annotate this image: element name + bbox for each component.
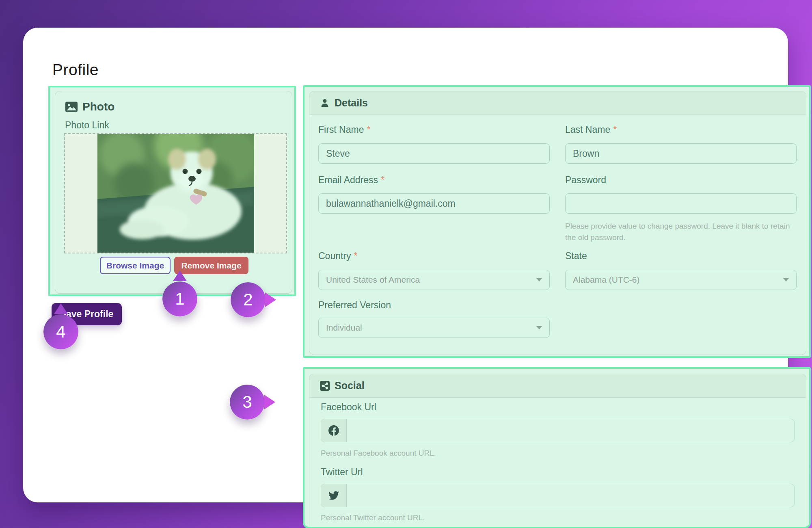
chevron-down-icon (536, 326, 542, 329)
social-header: Social (309, 374, 806, 398)
preferred-version-value: Individual (326, 323, 362, 333)
annotation-badge-1: 1 (162, 281, 197, 316)
photo-dropzone[interactable] (64, 133, 287, 253)
country-label: Country* (318, 251, 358, 262)
chevron-down-icon (536, 278, 542, 281)
app-background: Profile Photo Photo Link (0, 0, 812, 528)
details-title: Details (335, 97, 368, 109)
first-name-input[interactable] (318, 143, 550, 164)
required-asterisk: * (613, 124, 617, 135)
details-section-highlight: Details First Name* Last Name* Email Add… (303, 85, 811, 358)
person-icon (320, 98, 330, 108)
page-title: Profile (52, 61, 99, 79)
photo-link-label: Photo Link (65, 120, 109, 131)
password-label: Password (565, 175, 606, 186)
twitter-input-group (321, 484, 795, 507)
twitter-addon (321, 484, 347, 507)
social-section-highlight: Social Facebook Url Personal Facebook ac… (303, 367, 811, 528)
state-label: State (565, 251, 587, 262)
badge-number: 1 (175, 289, 184, 309)
password-input[interactable] (565, 193, 797, 214)
puppy-photo (97, 134, 254, 253)
arrow-up-icon (173, 270, 187, 281)
facebook-input-group (321, 419, 795, 442)
annotation-badge-4: 4 (43, 314, 78, 349)
social-title: Social (335, 380, 365, 392)
last-name-input[interactable] (565, 143, 797, 164)
chevron-down-icon (783, 278, 789, 281)
photo-card-title-row: Photo (65, 100, 114, 113)
last-name-label: Last Name* (565, 124, 617, 135)
image-icon (65, 102, 78, 112)
country-select[interactable]: United States of America (318, 270, 550, 290)
arrow-right-icon (265, 292, 276, 307)
annotation-badge-2: 2 (231, 282, 266, 317)
preferred-version-label: Preferred Version (318, 300, 391, 311)
arrow-right-icon (264, 395, 275, 409)
state-select[interactable]: Alabama (UTC-6) (565, 270, 797, 290)
facebook-url-input[interactable] (347, 419, 794, 442)
annotation-badge-3: 3 (230, 385, 265, 420)
profile-card: Profile Photo Photo Link (23, 28, 788, 502)
country-select-value: United States of America (326, 275, 420, 285)
badge-number: 2 (243, 290, 253, 309)
preferred-version-select[interactable]: Individual (318, 318, 550, 338)
share-square-icon (320, 381, 330, 391)
email-input[interactable] (318, 193, 550, 214)
twitter-url-label: Twitter Url (321, 467, 363, 478)
facebook-url-label: Facebook Url (321, 402, 376, 413)
twitter-url-input[interactable] (347, 484, 794, 507)
photo-card: Photo Photo Link (55, 91, 292, 294)
twitter-hint: Personal Twitter account URL. (321, 512, 425, 524)
details-card: Details First Name* Last Name* Email Add… (309, 91, 806, 355)
twitter-icon (328, 490, 339, 501)
photo-card-title: Photo (82, 100, 114, 113)
password-hint: Please provide value to change password.… (565, 221, 793, 243)
photo-section-highlight: Photo Photo Link (48, 86, 296, 296)
first-name-label: First Name* (318, 124, 370, 135)
required-asterisk: * (381, 175, 384, 185)
details-header: Details (309, 91, 806, 115)
facebook-addon (321, 419, 347, 442)
browse-image-button[interactable]: Browse Image (100, 257, 171, 274)
facebook-hint: Personal Facebook account URL. (321, 448, 436, 459)
required-asterisk: * (367, 124, 370, 135)
social-card: Social Facebook Url Personal Facebook ac… (309, 374, 806, 528)
badge-number: 3 (242, 392, 252, 412)
state-select-value: Alabama (UTC-6) (573, 275, 640, 285)
arrow-up-icon (54, 303, 68, 314)
required-asterisk: * (354, 251, 358, 261)
facebook-icon (328, 425, 339, 436)
email-label: Email Address* (318, 175, 384, 186)
badge-number: 4 (56, 322, 65, 342)
